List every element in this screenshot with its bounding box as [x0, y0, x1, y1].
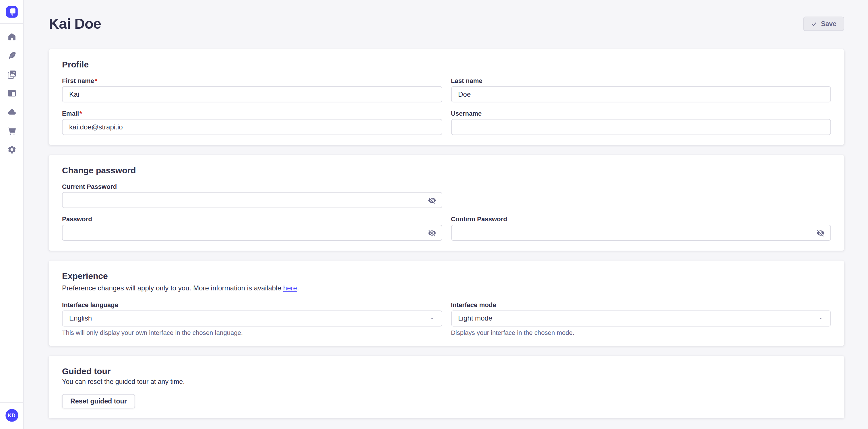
- guided-tour-card-title: Guided tour: [62, 366, 831, 376]
- experience-grid: Interface language English This will onl…: [62, 302, 831, 336]
- sidebar-item-content-manager[interactable]: [0, 46, 24, 65]
- current-password-input[interactable]: [62, 192, 442, 208]
- sidebar-item-home[interactable]: [0, 27, 24, 46]
- required-asterisk: *: [80, 110, 82, 117]
- gear-icon: [7, 144, 17, 154]
- toggle-current-password-visibility-button[interactable]: [428, 196, 436, 204]
- sidebar-footer: KD: [0, 403, 23, 429]
- new-password-wrapper: [62, 225, 442, 241]
- confirm-password-field-group: Confirm Password: [451, 216, 831, 241]
- first-name-label: First name*: [62, 77, 442, 84]
- save-button-label: Save: [821, 20, 836, 28]
- guided-tour-description: You can reset the guided tour at any tim…: [62, 378, 831, 386]
- images-icon: [7, 69, 17, 79]
- username-input[interactable]: [451, 119, 831, 135]
- username-field-group: Username: [451, 110, 831, 135]
- last-name-label: Last name: [451, 77, 831, 84]
- sidebar-item-settings[interactable]: [0, 140, 24, 159]
- toggle-new-password-visibility-button[interactable]: [428, 228, 436, 237]
- grid-spacer: [451, 183, 831, 208]
- home-icon: [7, 32, 17, 41]
- interface-mode-select[interactable]: Light mode: [451, 310, 831, 327]
- new-password-input[interactable]: [62, 225, 442, 241]
- page-header: Kai Doe Save: [49, 15, 844, 33]
- chevron-down-icon: [817, 316, 824, 321]
- experience-card-title: Experience: [62, 271, 831, 281]
- interface-mode-value: Light mode: [458, 315, 492, 322]
- cart-icon: [7, 126, 17, 135]
- sidebar-nav: [0, 24, 23, 159]
- email-label: Email*: [62, 110, 442, 117]
- profile-card-title: Profile: [62, 60, 831, 70]
- experience-description: Preference changes will apply only to yo…: [62, 284, 831, 293]
- eye-off-icon: [428, 228, 436, 237]
- first-name-input[interactable]: [62, 87, 442, 102]
- feather-icon: [7, 51, 17, 60]
- interface-language-field-group: Interface language English This will onl…: [62, 302, 442, 336]
- first-name-field-group: First name*: [62, 77, 442, 102]
- new-password-field-group: Password: [62, 216, 442, 241]
- experience-card: Experience Preference changes will apply…: [49, 261, 844, 346]
- current-password-field-group: Current Password: [62, 183, 442, 208]
- required-asterisk: *: [95, 77, 97, 84]
- username-label: Username: [451, 110, 831, 117]
- sidebar-item-content-type-builder[interactable]: [0, 84, 24, 102]
- reset-guided-tour-button[interactable]: Reset guided tour: [62, 394, 135, 408]
- interface-mode-field-group: Interface mode Light mode Displays your …: [451, 302, 831, 336]
- main-content: Kai Doe Save Profile First name* Las: [24, 0, 868, 429]
- eye-off-icon: [428, 196, 436, 204]
- eye-off-icon: [817, 228, 825, 237]
- save-button[interactable]: Save: [803, 16, 844, 31]
- profile-card: Profile First name* Last name Email*: [49, 50, 844, 145]
- layout-icon: [7, 88, 17, 98]
- interface-mode-hint: Displays your interface in the chosen mo…: [451, 329, 831, 336]
- strapi-logo-icon[interactable]: [6, 6, 17, 17]
- confirm-password-label: Confirm Password: [451, 216, 831, 222]
- interface-language-hint: This will only display your own interfac…: [62, 329, 442, 336]
- sidebar-item-media-library[interactable]: [0, 65, 24, 84]
- interface-language-label: Interface language: [62, 302, 442, 308]
- chevron-down-icon: [429, 316, 435, 321]
- strapi-logo-glyph: [6, 6, 17, 17]
- interface-language-select[interactable]: English: [62, 310, 442, 327]
- current-password-label: Current Password: [62, 183, 442, 190]
- confirm-password-input[interactable]: [451, 225, 831, 241]
- strapi-profile-page: KD Kai Doe Save Profile First name*: [0, 0, 868, 429]
- sidebar-item-marketplace[interactable]: [0, 121, 24, 140]
- toggle-confirm-password-visibility-button[interactable]: [817, 228, 825, 237]
- profile-grid: First name* Last name Email* Username: [62, 77, 831, 135]
- change-password-card: Change password Current Password: [49, 155, 844, 251]
- last-name-field-group: Last name: [451, 77, 831, 102]
- user-avatar[interactable]: KD: [5, 409, 18, 422]
- more-information-link[interactable]: here: [283, 285, 297, 292]
- logo-container: [0, 0, 23, 24]
- guided-tour-card: Guided tour You can reset the guided tou…: [49, 356, 844, 418]
- page-title: Kai Doe: [49, 15, 101, 33]
- cloud-icon: [7, 107, 17, 117]
- current-password-wrapper: [62, 192, 442, 208]
- confirm-password-wrapper: [451, 225, 831, 241]
- last-name-input[interactable]: [451, 87, 831, 102]
- interface-language-value: English: [69, 315, 92, 322]
- new-password-label: Password: [62, 216, 442, 222]
- password-grid: Current Password Password: [62, 183, 831, 241]
- change-password-card-title: Change password: [62, 166, 831, 176]
- settings-cards: Profile First name* Last name Email*: [49, 50, 844, 418]
- sidebar-item-deploy[interactable]: [0, 102, 24, 121]
- check-icon: [811, 21, 817, 27]
- email-input[interactable]: [62, 119, 442, 135]
- email-field-group: Email*: [62, 110, 442, 135]
- sidebar: KD: [0, 0, 24, 429]
- interface-mode-label: Interface mode: [451, 302, 831, 308]
